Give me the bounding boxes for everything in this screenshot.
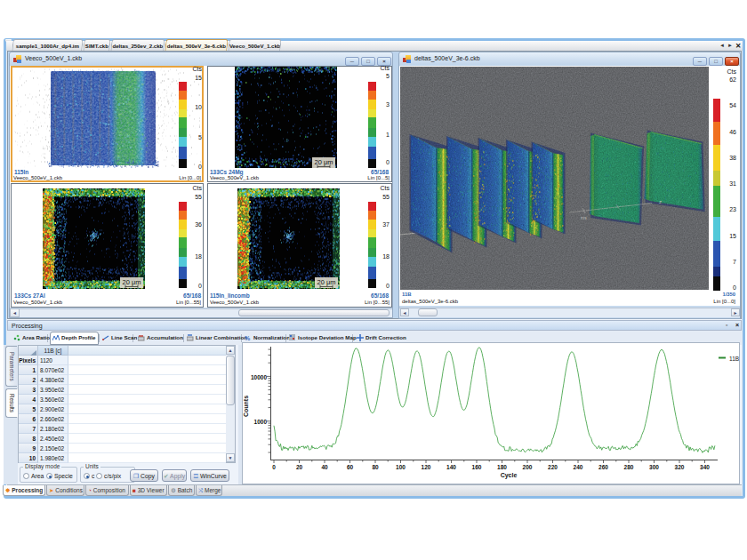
svg-text:Cycle: Cycle	[501, 472, 518, 479]
svg-text:340: 340	[700, 464, 710, 470]
svg-text:280: 280	[624, 464, 634, 470]
svg-text:%: %	[245, 335, 251, 341]
svg-text:80: 80	[372, 464, 379, 470]
svg-text:220: 220	[548, 464, 558, 470]
svg-text:20 μm: 20 μm	[315, 158, 333, 166]
svg-text:0: 0	[272, 464, 276, 470]
svg-text:10000: 10000	[251, 374, 267, 380]
svg-text:1000: 1000	[254, 419, 268, 425]
svg-text:100: 100	[396, 464, 406, 470]
svg-text:60: 60	[347, 464, 354, 470]
svg-text:Counts: Counts	[243, 396, 249, 417]
svg-text:300: 300	[649, 464, 659, 470]
svg-text:200: 200	[523, 464, 533, 470]
svg-text:20 μm: 20 μm	[123, 278, 141, 286]
svg-text:20 μm: 20 μm	[317, 278, 336, 286]
svg-text:11B: 11B	[729, 356, 739, 362]
svg-text:120: 120	[422, 464, 431, 470]
svg-text:240: 240	[574, 464, 583, 470]
svg-text:180: 180	[497, 464, 507, 470]
svg-text:260: 260	[598, 464, 608, 470]
svg-text:20: 20	[296, 464, 303, 470]
svg-text:40: 40	[321, 464, 328, 470]
svg-text:160: 160	[472, 464, 482, 470]
svg-text:140: 140	[446, 464, 456, 470]
svg-text:320: 320	[675, 464, 685, 470]
